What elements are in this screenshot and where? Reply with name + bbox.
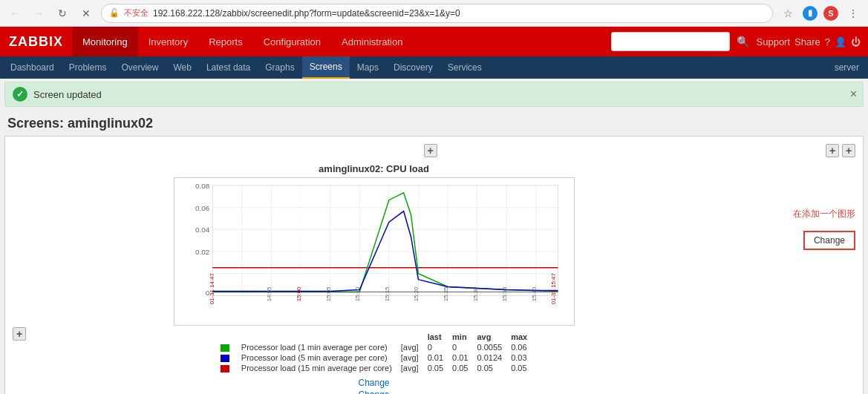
chart-main: aminglinux02: CPU load bbox=[26, 163, 722, 394]
top-right-plus-button[interactable]: + bbox=[826, 144, 839, 157]
svg-text:15:15: 15:15 bbox=[383, 286, 390, 301]
support-button[interactable]: Support bbox=[757, 36, 791, 47]
sub-nav-left: Dashboard Problems Overview Web Latest d… bbox=[3, 56, 489, 79]
nav-inventory[interactable]: Inventory bbox=[138, 27, 198, 56]
top-center-plus: + bbox=[35, 144, 826, 157]
svg-text:15:40: 15:40 bbox=[530, 286, 537, 301]
chart-actions: Change Change − bbox=[358, 378, 389, 394]
nav-items: Monitoring Inventory Reports Configurati… bbox=[72, 27, 413, 56]
nav-administration[interactable]: Administration bbox=[331, 27, 413, 56]
subnav-web[interactable]: Web bbox=[166, 56, 198, 79]
svg-text:01-31 14:47: 01-31 14:47 bbox=[209, 273, 215, 304]
sub-nav: Dashboard Problems Overview Web Latest d… bbox=[0, 56, 868, 79]
chart-area: 0.08 0.06 0.04 0.02 0 bbox=[174, 177, 575, 326]
svg-text:0.04: 0.04 bbox=[195, 226, 210, 234]
forward-button[interactable]: → bbox=[30, 4, 48, 22]
change-link-2[interactable]: Change bbox=[358, 390, 389, 394]
alert-bar: ✓ Screen updated × bbox=[4, 82, 864, 107]
subnav-graphs[interactable]: Graphs bbox=[258, 56, 301, 79]
subnav-dashboard[interactable]: Dashboard bbox=[3, 56, 62, 79]
nav-monitoring[interactable]: Monitoring bbox=[72, 27, 138, 56]
back-button[interactable]: ← bbox=[6, 4, 24, 22]
share-button[interactable]: Share bbox=[794, 36, 820, 47]
shield-extension-icon: ▮ bbox=[803, 6, 818, 21]
svg-text:0.02: 0.02 bbox=[195, 248, 209, 256]
favorite-button[interactable]: ☆ bbox=[779, 4, 797, 22]
url-text: 192.168.222.128/zabbix/screenedit.php?fo… bbox=[153, 8, 460, 19]
svg-text:15:05: 15:05 bbox=[324, 286, 331, 301]
security-icon: 🔓 bbox=[109, 8, 120, 18]
server-label: server bbox=[835, 62, 865, 73]
alert-close-button[interactable]: × bbox=[850, 88, 857, 101]
legend-row-15min: Processor load (15 min average per core)… bbox=[216, 363, 532, 373]
browser-bar: ← → ↻ ✕ 🔓 不安全 192.168.222.128/zabbix/scr… bbox=[0, 0, 868, 27]
annotation-text: 在添加一个图形 bbox=[793, 208, 855, 220]
user-button[interactable]: 👤 bbox=[835, 36, 846, 47]
svg-text:14:55: 14:55 bbox=[266, 286, 273, 301]
menu-button[interactable]: ⋮ bbox=[844, 4, 862, 22]
top-add-column-button[interactable]: + bbox=[424, 144, 437, 157]
top-controls: + + + bbox=[13, 144, 855, 157]
chart-wrapper: + aminglinux02: CPU load bbox=[13, 163, 855, 394]
s-extension-icon: S bbox=[823, 6, 838, 21]
chart-svg: 0.08 0.06 0.04 0.02 0 bbox=[174, 178, 574, 325]
alert-success-icon: ✓ bbox=[13, 87, 27, 102]
nav-reports[interactable]: Reports bbox=[198, 27, 253, 56]
legend-header-row: last min avg max bbox=[216, 332, 532, 342]
legend-color-1min bbox=[221, 344, 229, 352]
nav-search-input[interactable] bbox=[611, 32, 730, 51]
screen-container: + + + + aminglinux02: CPU load bbox=[13, 144, 855, 394]
power-button[interactable]: ⏻ bbox=[851, 36, 861, 47]
svg-text:15:00: 15:00 bbox=[296, 286, 302, 301]
svg-text:0.06: 0.06 bbox=[195, 204, 210, 212]
reload-button[interactable]: ↻ bbox=[53, 4, 71, 22]
svg-text:0.08: 0.08 bbox=[195, 182, 210, 190]
svg-text:15:20: 15:20 bbox=[413, 286, 420, 301]
change-button[interactable]: Change bbox=[803, 231, 855, 250]
zabbix-logo: ZABBIX bbox=[0, 27, 72, 56]
left-add-row-button[interactable]: + bbox=[13, 327, 26, 341]
subnav-maps[interactable]: Maps bbox=[350, 56, 386, 79]
svg-text:15:10: 15:10 bbox=[354, 286, 361, 301]
page-title: Screens: aminglinux02 bbox=[0, 110, 868, 136]
subnav-overview[interactable]: Overview bbox=[114, 56, 166, 79]
close-button[interactable]: ✕ bbox=[77, 4, 95, 22]
legend-table: last min avg max Processor load (1 min a… bbox=[216, 332, 532, 373]
top-nav: ZABBIX Monitoring Inventory Reports Conf… bbox=[0, 27, 868, 56]
subnav-services[interactable]: Services bbox=[440, 56, 489, 79]
right-section: 在添加一个图形 Change Change − bbox=[722, 163, 855, 394]
nav-right: 🔍 Support Share ? 👤 ⏻ bbox=[611, 32, 868, 51]
main-content: + + + + aminglinux02: CPU load bbox=[4, 136, 864, 394]
subnav-problems[interactable]: Problems bbox=[62, 56, 114, 79]
legend-row-1min: Processor load (1 min average per core) … bbox=[216, 342, 532, 352]
left-add-row-section: + bbox=[13, 163, 26, 394]
chart-title: aminglinux02: CPU load bbox=[319, 163, 429, 174]
address-bar[interactable]: 🔓 不安全 192.168.222.128/zabbix/screenedit.… bbox=[101, 4, 773, 23]
help-button[interactable]: ? bbox=[825, 36, 830, 47]
svg-text:15:25: 15:25 bbox=[443, 286, 449, 301]
subnav-discovery[interactable]: Discovery bbox=[386, 56, 440, 79]
security-label: 不安全 bbox=[124, 7, 149, 19]
subnav-screens[interactable]: Screens bbox=[302, 56, 350, 79]
chart-legend: last min avg max Processor load (1 min a… bbox=[216, 332, 532, 373]
legend-color-5min bbox=[221, 355, 229, 362]
nav-configuration[interactable]: Configuration bbox=[253, 27, 331, 56]
change-link-1[interactable]: Change bbox=[358, 378, 389, 388]
legend-color-15min bbox=[221, 365, 229, 372]
svg-text:15:30: 15:30 bbox=[471, 286, 478, 301]
alert-message: Screen updated bbox=[33, 89, 102, 100]
top-right-plus2-button[interactable]: + bbox=[842, 144, 855, 157]
svg-text:15:35: 15:35 bbox=[501, 286, 508, 301]
subnav-latest-data[interactable]: Latest data bbox=[199, 56, 258, 79]
legend-row-5min: Processor load (5 min average per core) … bbox=[216, 352, 532, 363]
svg-text:01-31 15:47: 01-31 15:47 bbox=[549, 273, 556, 304]
search-icon[interactable]: 🔍 bbox=[734, 33, 752, 50]
